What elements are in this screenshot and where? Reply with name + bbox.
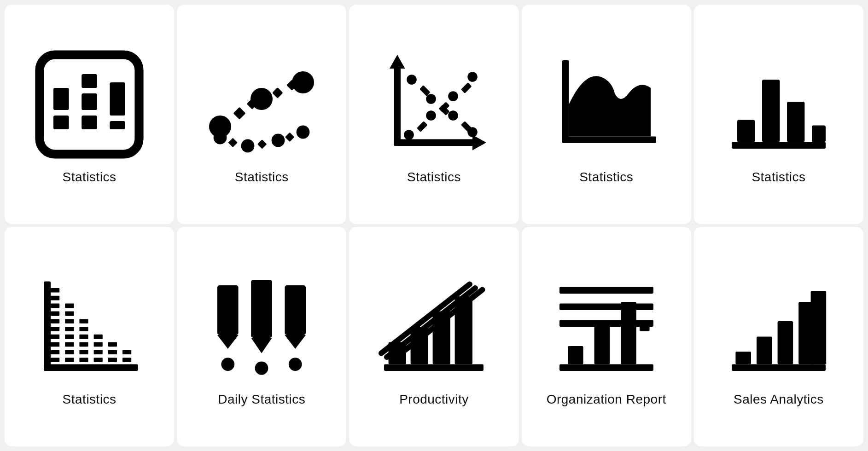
svg-point-90 xyxy=(289,358,302,371)
svg-rect-11 xyxy=(233,107,246,119)
svg-marker-25 xyxy=(472,135,486,150)
svg-rect-100 xyxy=(568,346,583,364)
svg-rect-43 xyxy=(737,120,755,142)
icon-label-statistics-1: Statistics xyxy=(63,170,117,185)
svg-rect-31 xyxy=(461,82,472,93)
svg-rect-5 xyxy=(82,116,97,129)
svg-point-18 xyxy=(297,125,310,139)
svg-rect-42 xyxy=(732,142,826,148)
svg-rect-77 xyxy=(108,342,117,347)
svg-rect-81 xyxy=(122,358,131,362)
svg-rect-68 xyxy=(79,327,88,331)
statistics-scatter-axes-icon xyxy=(379,49,489,160)
icon-label-organization-report: Organization Report xyxy=(547,392,666,407)
svg-rect-21 xyxy=(285,132,294,141)
svg-rect-69 xyxy=(79,334,88,339)
svg-rect-67 xyxy=(79,319,88,324)
svg-rect-74 xyxy=(94,342,103,347)
statistics-equalizer-icon xyxy=(34,272,145,382)
svg-rect-64 xyxy=(65,342,74,347)
svg-rect-59 xyxy=(65,303,74,308)
svg-rect-54 xyxy=(51,327,59,331)
icon-cell-productivity: Productivity xyxy=(349,227,518,446)
svg-rect-58 xyxy=(51,358,59,362)
svg-rect-47 xyxy=(44,281,51,370)
svg-rect-88 xyxy=(285,285,306,335)
icon-label-statistics-6: Statistics xyxy=(63,392,117,407)
svg-rect-41 xyxy=(562,136,656,143)
svg-point-15 xyxy=(214,131,227,144)
icon-label-statistics-4: Statistics xyxy=(579,170,633,185)
svg-rect-80 xyxy=(122,350,131,354)
svg-rect-52 xyxy=(51,311,59,316)
svg-point-28 xyxy=(426,110,437,121)
svg-marker-83 xyxy=(217,335,239,349)
svg-rect-48 xyxy=(44,364,138,370)
svg-point-37 xyxy=(449,110,459,121)
icon-cell-statistics-6: Statistics xyxy=(5,227,174,446)
svg-point-10 xyxy=(292,71,314,93)
svg-rect-106 xyxy=(757,336,772,364)
svg-rect-61 xyxy=(65,319,74,324)
svg-rect-20 xyxy=(257,139,267,149)
svg-point-87 xyxy=(255,361,268,375)
svg-point-33 xyxy=(407,75,417,85)
svg-rect-79 xyxy=(108,358,117,362)
svg-marker-23 xyxy=(390,55,405,69)
svg-rect-60 xyxy=(65,311,74,316)
svg-point-32 xyxy=(468,72,478,82)
svg-rect-85 xyxy=(251,280,272,338)
svg-rect-19 xyxy=(228,138,238,147)
organization-report-icon xyxy=(551,272,662,382)
statistics-dots-line-icon xyxy=(206,49,317,160)
svg-rect-49 xyxy=(51,288,59,293)
sales-analytics-icon xyxy=(723,272,834,382)
svg-rect-103 xyxy=(640,321,650,331)
statistics-bar-grid-icon xyxy=(34,49,145,160)
svg-rect-66 xyxy=(65,358,74,362)
svg-rect-73 xyxy=(94,334,103,339)
icon-cell-sales-analytics: Sales Analytics xyxy=(694,227,863,446)
svg-rect-76 xyxy=(94,358,103,362)
svg-rect-75 xyxy=(94,350,103,354)
svg-point-30 xyxy=(449,91,459,101)
svg-rect-65 xyxy=(65,350,74,354)
svg-rect-27 xyxy=(417,121,428,132)
svg-rect-55 xyxy=(51,334,59,339)
svg-point-16 xyxy=(241,139,255,152)
svg-rect-71 xyxy=(79,350,88,354)
productivity-icon xyxy=(379,272,489,382)
icon-cell-daily-statistics: Daily Statistics xyxy=(177,227,346,446)
svg-rect-96 xyxy=(559,287,653,293)
svg-rect-4 xyxy=(82,93,97,110)
svg-rect-45 xyxy=(787,102,804,142)
daily-statistics-icon xyxy=(206,272,317,382)
svg-rect-99 xyxy=(559,364,653,370)
svg-rect-56 xyxy=(51,342,59,347)
svg-rect-6 xyxy=(110,82,125,116)
svg-rect-82 xyxy=(217,285,239,335)
svg-rect-13 xyxy=(272,87,283,98)
icon-label-statistics-5: Statistics xyxy=(751,170,805,185)
svg-rect-24 xyxy=(394,139,480,145)
svg-rect-72 xyxy=(79,358,88,362)
svg-rect-46 xyxy=(812,125,826,142)
icon-cell-statistics-5: Statistics xyxy=(694,5,863,224)
icon-label-productivity: Productivity xyxy=(399,392,469,407)
svg-rect-57 xyxy=(51,350,59,354)
svg-point-39 xyxy=(468,127,478,137)
svg-rect-44 xyxy=(762,80,780,142)
icon-label-daily-statistics: Daily Statistics xyxy=(218,392,305,407)
svg-rect-70 xyxy=(79,342,88,347)
svg-point-84 xyxy=(221,358,235,371)
svg-rect-34 xyxy=(419,85,431,96)
svg-rect-105 xyxy=(735,352,751,364)
statistics-area-icon xyxy=(551,49,662,160)
icon-cell-statistics-1: Statistics xyxy=(5,5,174,224)
svg-rect-78 xyxy=(108,350,117,354)
svg-rect-109 xyxy=(810,291,826,364)
svg-rect-101 xyxy=(594,324,610,364)
svg-rect-102 xyxy=(621,302,636,364)
svg-point-17 xyxy=(272,133,285,147)
icon-cell-statistics-3: Statistics xyxy=(349,5,518,224)
